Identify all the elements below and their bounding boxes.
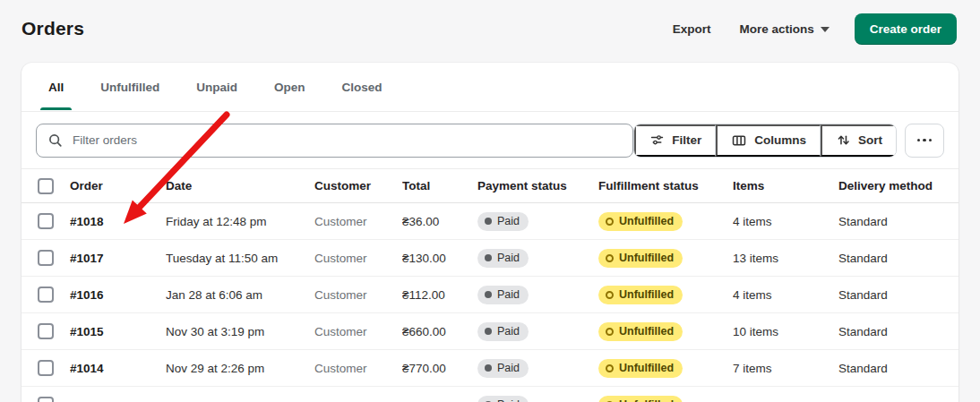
payment-status-badge: Paid	[477, 359, 529, 378]
fulfillment-status-cell: Unfulfilled	[598, 212, 733, 231]
order-date: Nov 30 at 3:19 pm	[166, 325, 314, 338]
header-actions: Export More actions Create order	[662, 13, 957, 45]
filter-orders-input[interactable]	[71, 133, 622, 148]
order-number[interactable]: #1017	[70, 252, 166, 265]
order-delivery-method: Standard	[838, 362, 959, 375]
fulfillment-status-badge: Unfulfilled	[598, 212, 683, 231]
payment-status-badge: Paid	[477, 249, 529, 268]
row-checkbox[interactable]	[38, 323, 54, 339]
columns-button[interactable]: Columns	[716, 124, 821, 157]
row-checkbox[interactable]	[38, 360, 54, 376]
page-title: Orders	[21, 18, 84, 39]
order-items: 7 items	[733, 362, 838, 375]
orders-card: All Unfulfilled Unpaid Open Closed Filte…	[21, 63, 959, 402]
order-delivery-method: Standard	[838, 252, 959, 265]
table-row[interactable]: #1014 Nov 29 at 2:26 pm Customer ₴770.00…	[21, 350, 959, 387]
tab-unfulfilled[interactable]: Unfulfilled	[100, 63, 159, 111]
select-all-checkbox[interactable]	[38, 178, 54, 194]
payment-status-cell: Paid	[477, 396, 598, 402]
fulfillment-status-badge: Unfulfilled	[598, 286, 683, 304]
filter-toolbar: Filter Columns Sort	[21, 112, 959, 169]
header-delivery-method: Delivery method	[838, 179, 959, 192]
search-icon	[47, 133, 63, 148]
row-checkbox[interactable]	[38, 397, 54, 402]
order-total: ₴112.00	[402, 288, 477, 302]
fulfillment-status-cell: Unfulfilled	[598, 322, 733, 341]
paid-dot-icon	[485, 328, 492, 335]
filter-button[interactable]: Filter	[634, 124, 716, 157]
table-row[interactable]: #1016 Jan 28 at 6:06 am Customer ₴112.00…	[21, 277, 959, 313]
payment-status-cell: Paid	[477, 286, 598, 304]
fulfillment-status-cell: Unfulfilled	[598, 359, 733, 378]
order-number[interactable]: #1018	[70, 215, 166, 228]
order-items: 10 items	[733, 325, 838, 338]
fulfillment-status-badge: Unfulfilled	[598, 249, 683, 268]
order-delivery-method: Standard	[838, 215, 959, 228]
more-options-button[interactable]	[905, 124, 944, 158]
payment-status-cell: Paid	[477, 249, 598, 268]
unfulfilled-ring-icon	[606, 328, 614, 336]
row-checkbox[interactable]	[38, 250, 54, 266]
table-row[interactable]: #1015 Nov 30 at 3:19 pm Customer ₴660.00…	[21, 313, 959, 350]
export-button[interactable]: Export	[662, 14, 722, 44]
sort-button[interactable]: Sort	[821, 124, 896, 157]
order-items: 4 items	[733, 215, 838, 228]
order-delivery-method: Standard	[838, 325, 959, 338]
columns-icon	[731, 133, 747, 149]
paid-dot-icon	[485, 291, 492, 298]
fulfillment-status-badge: Unfulfilled	[598, 359, 683, 378]
order-date: Friday at 12:48 pm	[166, 215, 314, 228]
sort-icon	[836, 133, 851, 148]
more-actions-button[interactable]: More actions	[728, 14, 839, 44]
fulfillment-status-cell: Unfulfilled	[598, 396, 733, 402]
order-number[interactable]: #1015	[70, 325, 166, 338]
payment-status-badge: Paid	[477, 286, 529, 304]
order-number[interactable]: #1014	[70, 362, 166, 375]
order-date: Tuesday at 11:50 am	[166, 252, 314, 265]
table-header-row: Order Date Customer Total Payment status…	[21, 169, 959, 203]
tab-open[interactable]: Open	[274, 63, 305, 111]
page-header: Orders Export More actions Create order	[0, 0, 980, 57]
tab-bar: All Unfulfilled Unpaid Open Closed	[21, 63, 959, 112]
order-delivery-method: Standard	[838, 288, 959, 302]
paid-dot-icon	[485, 218, 492, 225]
paid-dot-icon	[485, 364, 492, 372]
row-checkbox[interactable]	[38, 213, 54, 229]
header-total: Total	[402, 179, 477, 192]
unfulfilled-ring-icon	[606, 254, 614, 262]
fulfillment-status-badge: Unfulfilled	[598, 322, 683, 341]
order-customer: Customer	[314, 288, 402, 302]
payment-status-badge: Paid	[477, 322, 529, 341]
fulfillment-status-cell: Unfulfilled	[598, 286, 733, 304]
header-date: Date	[166, 179, 314, 192]
payment-status-badge: Paid	[477, 396, 529, 402]
order-total: ₴36.00	[402, 215, 477, 228]
order-number[interactable]: #1016	[70, 288, 166, 302]
payment-status-cell: Paid	[477, 322, 598, 341]
order-customer: Customer	[314, 252, 402, 265]
order-items: 4 items	[733, 288, 838, 302]
tab-all[interactable]: All	[48, 63, 64, 111]
table-body: #1018 Friday at 12:48 pm Customer ₴36.00…	[21, 203, 959, 402]
create-order-button[interactable]: Create order	[855, 13, 957, 45]
tab-closed[interactable]: Closed	[342, 63, 383, 111]
table-row[interactable]: Paid Unfulfilled	[21, 387, 959, 402]
row-checkbox[interactable]	[38, 287, 54, 303]
paid-dot-icon	[485, 254, 492, 261]
order-customer: Customer	[314, 325, 402, 338]
search-box[interactable]	[36, 124, 633, 158]
fulfillment-status-cell: Unfulfilled	[598, 249, 733, 268]
ellipsis-icon	[917, 139, 921, 142]
table-row[interactable]: #1017 Tuesday at 11:50 am Customer ₴130.…	[21, 240, 959, 277]
order-total: ₴770.00	[402, 362, 477, 375]
tab-unpaid[interactable]: Unpaid	[196, 63, 237, 111]
header-order: Order	[70, 179, 166, 192]
unfulfilled-ring-icon	[606, 364, 614, 372]
table-row[interactable]: #1018 Friday at 12:48 pm Customer ₴36.00…	[21, 203, 959, 240]
header-fulfillment-status: Fulfillment status	[598, 179, 733, 192]
order-total: ₴130.00	[402, 252, 477, 265]
order-date: Nov 29 at 2:26 pm	[166, 362, 314, 375]
header-customer: Customer	[314, 179, 402, 192]
unfulfilled-ring-icon	[606, 291, 614, 299]
chevron-down-icon	[821, 27, 830, 32]
